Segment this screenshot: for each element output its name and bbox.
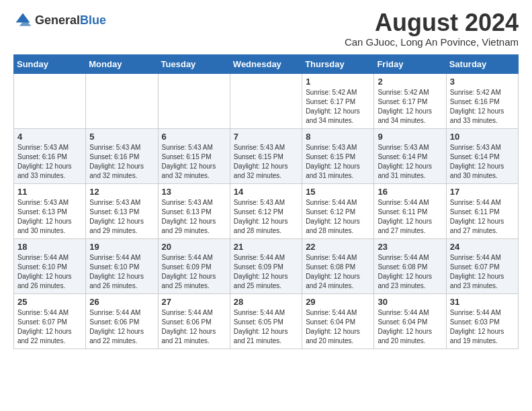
day-cell: 18Sunrise: 5:44 AM Sunset: 6:10 PM Dayli…	[14, 239, 86, 294]
day-number: 14	[234, 187, 298, 197]
day-info: Sunrise: 5:44 AM Sunset: 6:09 PM Dayligh…	[162, 253, 226, 291]
week-row-1: 1Sunrise: 5:42 AM Sunset: 6:17 PM Daylig…	[14, 74, 519, 129]
day-info: Sunrise: 5:43 AM Sunset: 6:16 PM Dayligh…	[89, 143, 154, 181]
svg-marker-0	[16, 13, 30, 23]
day-cell: 1Sunrise: 5:42 AM Sunset: 6:17 PM Daylig…	[302, 74, 374, 129]
day-info: Sunrise: 5:43 AM Sunset: 6:15 PM Dayligh…	[234, 143, 298, 181]
day-info: Sunrise: 5:43 AM Sunset: 6:14 PM Dayligh…	[450, 143, 515, 181]
day-info: Sunrise: 5:44 AM Sunset: 6:06 PM Dayligh…	[162, 308, 226, 346]
day-number: 30	[378, 297, 442, 307]
calendar-table: SundayMondayTuesdayWednesdayThursdayFrid…	[13, 54, 519, 349]
weekday-header-row: SundayMondayTuesdayWednesdayThursdayFrid…	[14, 55, 519, 74]
day-info: Sunrise: 5:44 AM Sunset: 6:11 PM Dayligh…	[450, 198, 515, 236]
day-cell: 10Sunrise: 5:43 AM Sunset: 6:14 PM Dayli…	[446, 129, 518, 184]
day-cell	[230, 74, 302, 129]
day-info: Sunrise: 5:42 AM Sunset: 6:16 PM Dayligh…	[450, 88, 515, 126]
day-cell: 16Sunrise: 5:44 AM Sunset: 6:11 PM Dayli…	[374, 184, 446, 239]
day-number: 7	[234, 132, 298, 142]
day-number: 8	[306, 132, 370, 142]
day-number: 2	[378, 77, 442, 87]
day-cell: 5Sunrise: 5:43 AM Sunset: 6:16 PM Daylig…	[86, 129, 158, 184]
day-cell: 17Sunrise: 5:44 AM Sunset: 6:11 PM Dayli…	[446, 184, 518, 239]
weekday-header-sunday: Sunday	[14, 55, 86, 74]
weekday-header-friday: Friday	[374, 55, 446, 74]
day-number: 23	[378, 242, 442, 252]
day-cell: 23Sunrise: 5:44 AM Sunset: 6:08 PM Dayli…	[374, 239, 446, 294]
day-cell: 2Sunrise: 5:42 AM Sunset: 6:17 PM Daylig…	[374, 74, 446, 129]
day-info: Sunrise: 5:44 AM Sunset: 6:08 PM Dayligh…	[306, 253, 370, 291]
day-cell: 7Sunrise: 5:43 AM Sunset: 6:15 PM Daylig…	[230, 129, 302, 184]
day-number: 13	[162, 187, 226, 197]
day-cell: 12Sunrise: 5:43 AM Sunset: 6:13 PM Dayli…	[86, 184, 158, 239]
day-number: 20	[162, 242, 226, 252]
weekday-header-monday: Monday	[86, 55, 158, 74]
day-info: Sunrise: 5:43 AM Sunset: 6:13 PM Dayligh…	[89, 198, 154, 236]
day-info: Sunrise: 5:44 AM Sunset: 6:04 PM Dayligh…	[378, 308, 442, 346]
day-number: 18	[17, 242, 82, 252]
day-info: Sunrise: 5:43 AM Sunset: 6:12 PM Dayligh…	[234, 198, 298, 236]
day-info: Sunrise: 5:43 AM Sunset: 6:13 PM Dayligh…	[162, 198, 226, 236]
day-cell: 30Sunrise: 5:44 AM Sunset: 6:04 PM Dayli…	[374, 294, 446, 349]
day-number: 25	[17, 297, 82, 307]
day-info: Sunrise: 5:44 AM Sunset: 6:10 PM Dayligh…	[17, 253, 82, 291]
weekday-header-thursday: Thursday	[302, 55, 374, 74]
day-number: 19	[89, 242, 154, 252]
day-cell: 29Sunrise: 5:44 AM Sunset: 6:04 PM Dayli…	[302, 294, 374, 349]
day-info: Sunrise: 5:44 AM Sunset: 6:11 PM Dayligh…	[378, 198, 442, 236]
day-info: Sunrise: 5:43 AM Sunset: 6:15 PM Dayligh…	[162, 143, 226, 181]
weekday-header-wednesday: Wednesday	[230, 55, 302, 74]
weekday-header-saturday: Saturday	[446, 55, 518, 74]
logo-icon	[13, 11, 32, 30]
logo-blue-text: Blue	[80, 13, 106, 27]
day-info: Sunrise: 5:44 AM Sunset: 6:05 PM Dayligh…	[234, 308, 298, 346]
logo-general-text: General	[35, 13, 80, 27]
day-number: 12	[89, 187, 154, 197]
day-cell: 13Sunrise: 5:43 AM Sunset: 6:13 PM Dayli…	[158, 184, 230, 239]
week-row-5: 25Sunrise: 5:44 AM Sunset: 6:07 PM Dayli…	[14, 294, 519, 349]
day-info: Sunrise: 5:43 AM Sunset: 6:13 PM Dayligh…	[17, 198, 82, 236]
day-info: Sunrise: 5:44 AM Sunset: 6:09 PM Dayligh…	[234, 253, 298, 291]
location-subtitle: Can GJuoc, Long An Povince, Vietnam	[345, 36, 519, 48]
day-cell: 31Sunrise: 5:44 AM Sunset: 6:03 PM Dayli…	[446, 294, 518, 349]
day-cell: 20Sunrise: 5:44 AM Sunset: 6:09 PM Dayli…	[158, 239, 230, 294]
day-info: Sunrise: 5:44 AM Sunset: 6:08 PM Dayligh…	[378, 253, 442, 291]
day-info: Sunrise: 5:44 AM Sunset: 6:12 PM Dayligh…	[306, 198, 370, 236]
day-number: 5	[89, 132, 154, 142]
month-title: August 2024	[345, 11, 519, 35]
day-info: Sunrise: 5:43 AM Sunset: 6:15 PM Dayligh…	[306, 143, 370, 181]
day-number: 11	[17, 187, 82, 197]
day-cell: 15Sunrise: 5:44 AM Sunset: 6:12 PM Dayli…	[302, 184, 374, 239]
day-cell	[14, 74, 86, 129]
title-block: August 2024 Can GJuoc, Long An Povince, …	[345, 11, 519, 48]
day-number: 21	[234, 242, 298, 252]
day-info: Sunrise: 5:42 AM Sunset: 6:17 PM Dayligh…	[378, 88, 442, 126]
day-cell: 21Sunrise: 5:44 AM Sunset: 6:09 PM Dayli…	[230, 239, 302, 294]
week-row-3: 11Sunrise: 5:43 AM Sunset: 6:13 PM Dayli…	[14, 184, 519, 239]
page-header: GeneralBlue August 2024 Can GJuoc, Long …	[13, 11, 519, 48]
day-info: Sunrise: 5:44 AM Sunset: 6:10 PM Dayligh…	[89, 253, 154, 291]
day-number: 24	[450, 242, 515, 252]
day-cell: 28Sunrise: 5:44 AM Sunset: 6:05 PM Dayli…	[230, 294, 302, 349]
day-number: 16	[378, 187, 442, 197]
day-cell: 11Sunrise: 5:43 AM Sunset: 6:13 PM Dayli…	[14, 184, 86, 239]
day-number: 9	[378, 132, 442, 142]
day-cell: 19Sunrise: 5:44 AM Sunset: 6:10 PM Dayli…	[86, 239, 158, 294]
day-number: 17	[450, 187, 515, 197]
day-info: Sunrise: 5:43 AM Sunset: 6:14 PM Dayligh…	[378, 143, 442, 181]
day-number: 10	[450, 132, 515, 142]
day-cell: 3Sunrise: 5:42 AM Sunset: 6:16 PM Daylig…	[446, 74, 518, 129]
day-cell: 14Sunrise: 5:43 AM Sunset: 6:12 PM Dayli…	[230, 184, 302, 239]
day-cell: 9Sunrise: 5:43 AM Sunset: 6:14 PM Daylig…	[374, 129, 446, 184]
day-cell: 4Sunrise: 5:43 AM Sunset: 6:16 PM Daylig…	[14, 129, 86, 184]
day-info: Sunrise: 5:44 AM Sunset: 6:07 PM Dayligh…	[450, 253, 515, 291]
day-info: Sunrise: 5:44 AM Sunset: 6:04 PM Dayligh…	[306, 308, 370, 346]
day-number: 31	[450, 297, 515, 307]
day-number: 6	[162, 132, 226, 142]
day-number: 22	[306, 242, 370, 252]
day-cell: 8Sunrise: 5:43 AM Sunset: 6:15 PM Daylig…	[302, 129, 374, 184]
week-row-4: 18Sunrise: 5:44 AM Sunset: 6:10 PM Dayli…	[14, 239, 519, 294]
day-number: 3	[450, 77, 515, 87]
day-cell: 22Sunrise: 5:44 AM Sunset: 6:08 PM Dayli…	[302, 239, 374, 294]
day-number: 1	[306, 77, 370, 87]
day-number: 28	[234, 297, 298, 307]
